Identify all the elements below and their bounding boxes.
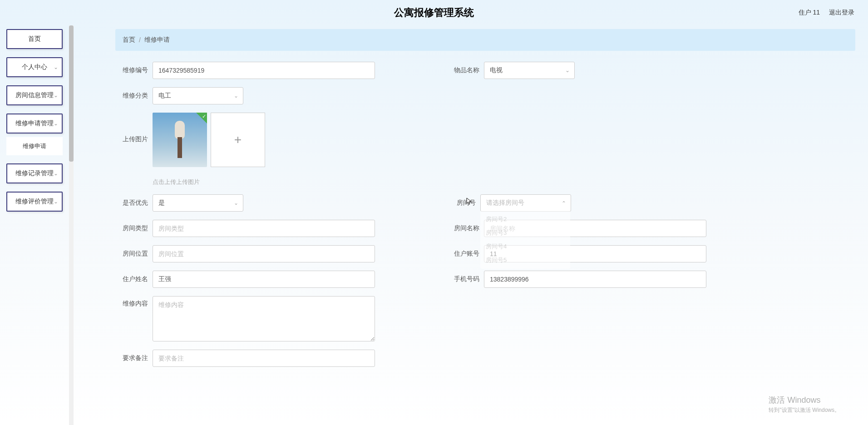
chevron-up-icon: ⌄	[562, 200, 566, 206]
select-placeholder: 请选择房间号	[486, 199, 524, 207]
priority-select[interactable]: 是 ⌄	[153, 194, 243, 212]
form: 维修编号 物品名称 电视 ⌄ 维修分类 电工 ⌄	[115, 51, 855, 367]
content: 首页 / 维修申请 维修编号 物品名称 电视 ⌄ 维修分类	[115, 29, 855, 425]
upload-thumbnail[interactable]	[153, 113, 207, 167]
content-label: 维修内容	[123, 300, 148, 308]
item-name-select[interactable]: 电视 ⌄	[484, 62, 575, 79]
room-type-label: 房间类型	[123, 224, 148, 232]
chevron-down-icon: ⌄	[54, 170, 58, 177]
sidebar-subitem-repair-apply[interactable]: 维修申请	[6, 137, 63, 155]
sidebar-item-label: 维修申请管理	[15, 119, 54, 128]
windows-watermark: 激活 Windows 转到"设置"以激活 Windows。	[769, 395, 840, 414]
sidebar-item-label: 房间信息管理	[15, 91, 54, 99]
room-no-select[interactable]: 请选择房间号 ⌄	[480, 194, 571, 212]
dropdown-item[interactable]: 房间号3	[480, 226, 570, 240]
sidebar-item-room-mgmt[interactable]: 房间信息管理 ⌄	[6, 85, 63, 105]
chevron-down-icon: ⌄	[54, 64, 58, 70]
chevron-down-icon: ⌄	[54, 92, 58, 99]
scrollbar-thumb[interactable]	[69, 25, 74, 162]
room-type-input[interactable]	[153, 220, 375, 237]
sidebar-item-repair-apply-mgmt[interactable]: 维修申请管理 ⌄	[6, 114, 63, 133]
sidebar-scrollbar[interactable]	[69, 25, 74, 425]
watermark-title: 激活 Windows	[769, 395, 840, 405]
sidebar-item-label: 首页	[28, 35, 41, 43]
breadcrumb-separator: /	[139, 36, 141, 44]
remark-input[interactable]	[153, 350, 375, 367]
phone-label: 手机号码	[454, 275, 479, 283]
content-textarea[interactable]	[153, 296, 375, 341]
thumbnail-image	[178, 137, 182, 158]
thumbnail-image	[175, 121, 185, 139]
remark-label: 要求备注	[123, 354, 148, 362]
priority-label: 是否优先	[123, 199, 148, 207]
chevron-down-icon: ⌄	[54, 198, 58, 205]
category-select[interactable]: 电工 ⌄	[153, 87, 243, 104]
chevron-down-icon: ⌄	[565, 67, 570, 74]
repair-no-input[interactable]	[153, 62, 375, 79]
sidebar-item-repair-review-mgmt[interactable]: 维修评价管理 ⌄	[6, 192, 63, 212]
chevron-down-icon: ⌄	[54, 120, 58, 127]
logout-link[interactable]: 退出登录	[829, 9, 854, 17]
room-loc-label: 房间位置	[123, 250, 148, 258]
dropdown-item[interactable]: 房间号5	[480, 253, 570, 267]
breadcrumb-current: 维修申请	[144, 36, 170, 44]
room-no-label: 房间号	[454, 199, 476, 207]
sidebar-item-label: 维修评价管理	[15, 198, 54, 206]
sidebar: 首页 个人中心 ⌄ 房间信息管理 ⌄ 维修申请管理 ⌄ 维修申请 维修记录管理 …	[6, 29, 63, 212]
resident-name-input[interactable]	[153, 271, 375, 288]
breadcrumb-home[interactable]: 首页	[123, 36, 135, 44]
room-no-dropdown[interactable]: 房间号2 房间号3 房间号4 房间号5	[480, 211, 570, 269]
room-name-label: 房间名称	[454, 224, 479, 232]
page-title: 公寓报修管理系统	[394, 6, 474, 20]
sidebar-item-label: 维修申请	[23, 142, 46, 150]
repair-no-label: 维修编号	[123, 66, 148, 74]
check-icon	[196, 113, 207, 124]
sidebar-item-personal[interactable]: 个人中心 ⌄	[6, 57, 63, 77]
resident-name-label: 住户姓名	[123, 275, 148, 283]
room-loc-input[interactable]	[153, 245, 375, 262]
sidebar-item-repair-record-mgmt[interactable]: 维修记录管理 ⌄	[6, 163, 63, 183]
category-label: 维修分类	[123, 92, 148, 100]
plus-icon: +	[234, 133, 242, 147]
phone-input[interactable]	[484, 271, 706, 288]
item-name-label: 物品名称	[454, 66, 479, 74]
sidebar-item-home[interactable]: 首页	[6, 29, 63, 49]
breadcrumb: 首页 / 维修申请	[115, 29, 855, 51]
watermark-sub: 转到"设置"以激活 Windows。	[769, 406, 840, 414]
select-value: 电视	[490, 66, 503, 74]
header-user-area: 住户 11 退出登录	[799, 0, 854, 25]
select-value: 是	[158, 199, 165, 207]
dropdown-item[interactable]: 房间号2	[480, 212, 570, 226]
account-label: 住户账号	[454, 250, 479, 258]
chevron-down-icon: ⌄	[234, 200, 238, 206]
sidebar-item-label: 维修记录管理	[15, 169, 54, 178]
dropdown-item[interactable]: 房间号4	[480, 240, 570, 253]
chevron-down-icon: ⌄	[234, 93, 238, 99]
upload-add-button[interactable]: +	[211, 113, 265, 167]
user-label[interactable]: 住户 11	[799, 9, 820, 17]
header: 公寓报修管理系统 住户 11 退出登录	[0, 0, 868, 25]
upload-label: 上传图片	[123, 135, 148, 143]
sidebar-item-label: 个人中心	[22, 63, 47, 71]
upload-hint[interactable]: 点击上传上传图片	[153, 178, 265, 186]
select-value: 电工	[158, 92, 171, 100]
